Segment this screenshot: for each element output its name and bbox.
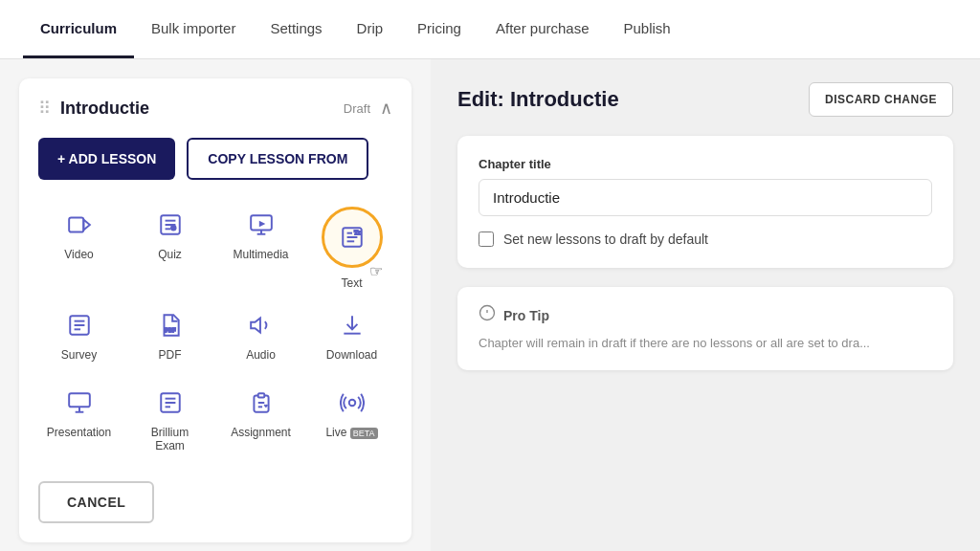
copy-lesson-button[interactable]: COPY LESSON FROM: [187, 138, 368, 180]
draft-checkbox-row: Set new lessons to draft by default: [479, 231, 932, 247]
text-highlight-circle: Tx: [322, 207, 383, 268]
chapter-title-input[interactable]: [479, 179, 932, 216]
survey-icon: [67, 313, 92, 343]
lesson-type-presentation[interactable]: Presentation: [38, 381, 120, 462]
nav-bulk-importer[interactable]: Bulk importer: [134, 0, 253, 58]
video-label: Video: [64, 248, 93, 261]
lesson-type-text[interactable]: Tx Text ☞: [311, 203, 392, 294]
chapter-edit-card: Chapter title Set new lessons to draft b…: [457, 136, 953, 268]
lesson-type-pdf[interactable]: PDF PDF: [129, 303, 211, 371]
svg-rect-22: [69, 393, 90, 407]
chapter-title-label: Chapter title: [479, 157, 932, 171]
svg-rect-29: [257, 393, 264, 397]
pro-tip-text: Chapter will remain in draft if there ar…: [479, 334, 932, 353]
draft-checkbox-label: Set new lessons to draft by default: [503, 231, 708, 247]
nav-pricing[interactable]: Pricing: [400, 0, 479, 58]
lesson-type-multimedia[interactable]: Multimedia: [220, 203, 301, 294]
svg-text:PDF: PDF: [165, 327, 176, 333]
pro-tip-header: Pro Tip: [479, 304, 932, 326]
exam-icon: [158, 390, 183, 421]
lesson-buttons-row: + ADD LESSON COPY LESSON FROM: [38, 138, 392, 180]
multimedia-icon: [249, 212, 274, 243]
nav-after-purchase[interactable]: After purchase: [479, 0, 607, 58]
nav-curriculum[interactable]: Curriculum: [23, 0, 134, 58]
quiz-icon: ✓: [158, 212, 183, 243]
section-header: ⠿ Introductie Draft ∧: [38, 98, 392, 119]
presentation-label: Presentation: [47, 426, 111, 439]
draft-checkbox[interactable]: [479, 231, 494, 247]
svg-text:✓: ✓: [171, 226, 174, 231]
lesson-type-video[interactable]: Video: [38, 203, 120, 294]
quiz-label: Quiz: [158, 248, 182, 261]
add-lesson-button[interactable]: + ADD LESSON: [38, 138, 175, 180]
lesson-type-audio[interactable]: Audio: [220, 303, 301, 371]
cancel-button[interactable]: CANCEL: [38, 481, 154, 523]
svg-point-32: [348, 400, 355, 407]
draft-badge: Draft: [344, 101, 370, 116]
lesson-type-grid: Video ✓ Quiz: [38, 203, 392, 462]
presentation-icon: [67, 390, 92, 421]
nav-drip[interactable]: Drip: [340, 0, 401, 58]
audio-label: Audio: [246, 348, 276, 362]
nav-settings[interactable]: Settings: [253, 0, 339, 58]
lesson-type-quiz[interactable]: ✓ Quiz: [129, 203, 211, 294]
pro-tip-title: Pro Tip: [503, 308, 549, 323]
right-panel: Edit: Introductie DISCARD CHANGE Chapter…: [431, 59, 980, 551]
pro-tip-card: Pro Tip Chapter will remain in draft if …: [457, 287, 953, 370]
lesson-type-survey[interactable]: Survey: [38, 303, 120, 371]
video-icon: [67, 212, 92, 243]
top-navigation: Curriculum Bulk importer Settings Drip P…: [0, 0, 980, 59]
assignment-label: Assignment: [231, 426, 291, 439]
nav-publish[interactable]: Publish: [607, 0, 688, 58]
left-panel: ⠿ Introductie Draft ∧ + ADD LESSON COPY …: [0, 59, 431, 551]
lesson-type-download[interactable]: Download: [311, 303, 392, 371]
svg-rect-0: [69, 217, 83, 231]
svg-marker-11: [258, 221, 265, 228]
download-icon: [340, 313, 365, 343]
brillium-exam-label: Brillium Exam: [135, 426, 205, 452]
chevron-up-icon[interactable]: ∧: [380, 98, 392, 119]
edit-header: Edit: Introductie DISCARD CHANGE: [457, 82, 953, 117]
svg-marker-1: [83, 220, 90, 231]
discard-changes-button[interactable]: DISCARD CHANGE: [809, 82, 953, 117]
drag-handle-icon[interactable]: ⠿: [38, 98, 51, 119]
assignment-icon: [249, 390, 274, 421]
lesson-type-assignment[interactable]: Assignment: [220, 381, 301, 462]
cursor-icon: ☞: [369, 262, 383, 280]
svg-text:Tx: Tx: [354, 230, 361, 235]
live-label: Live BETA: [325, 426, 377, 439]
pro-tip-icon: [479, 304, 496, 326]
beta-badge: BETA: [350, 428, 378, 439]
audio-icon: [249, 313, 274, 343]
lesson-type-brillium-exam[interactable]: Brillium Exam: [129, 381, 211, 462]
pdf-icon: PDF: [158, 313, 183, 343]
survey-label: Survey: [61, 348, 97, 362]
pdf-label: PDF: [159, 348, 182, 362]
lesson-type-live[interactable]: Live BETA: [311, 381, 392, 462]
download-label: Download: [326, 348, 377, 362]
live-icon: [340, 390, 365, 421]
section-card: ⠿ Introductie Draft ∧ + ADD LESSON COPY …: [19, 78, 412, 542]
section-title: Introductie: [60, 99, 149, 119]
text-label: Text: [341, 276, 362, 290]
multimedia-label: Multimedia: [233, 248, 288, 261]
edit-title: Edit: Introductie: [457, 87, 619, 112]
